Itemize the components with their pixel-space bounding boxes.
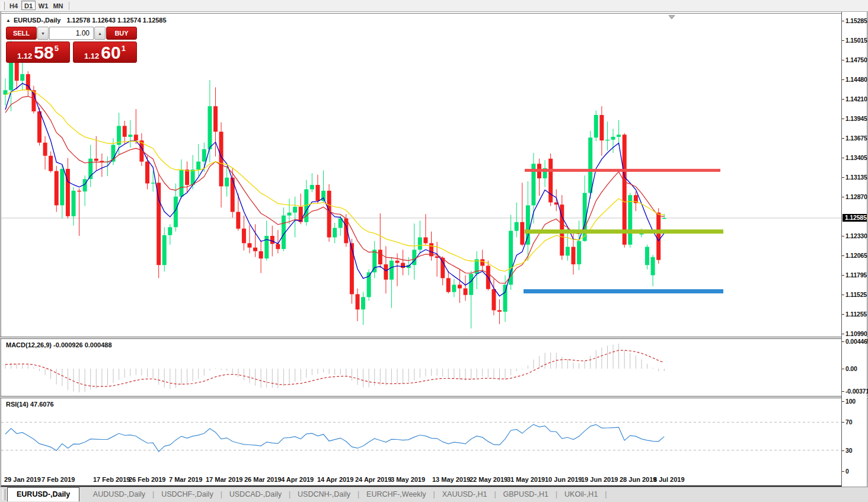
price-tick-label: 1.10990 <box>845 330 867 338</box>
timeframe-button-mn[interactable]: MN <box>51 1 65 10</box>
current-price-badge: 1.12585 <box>843 214 867 222</box>
tab-USDCAD-,Daily[interactable]: USDCAD-,Daily <box>222 487 289 502</box>
axis-tick <box>842 255 844 256</box>
support-blue-hline[interactable] <box>524 289 723 293</box>
date-tick-label: 26 Feb 2019 <box>129 476 165 483</box>
trading-terminal-window: H4D1W1MN ▲EURUSD-,Daily1.12578 1.12643 1… <box>0 0 868 502</box>
axis-tick <box>842 401 844 402</box>
tab-EURCHF-,Weekly[interactable]: EURCHF-,Weekly <box>359 487 433 502</box>
buy-price-big: 60 <box>101 46 120 60</box>
axis-tick <box>842 471 844 472</box>
pivot-olive-hline[interactable] <box>525 229 723 234</box>
tab-AUDUSD-,Daily[interactable]: AUDUSD-,Daily <box>86 487 152 502</box>
sell-button[interactable]: SELL <box>6 27 37 40</box>
date-tick-label: 10 Jun 2019 <box>545 476 582 483</box>
toolbar-grip[interactable] <box>2 2 5 10</box>
tab-XAUUSD-,H1[interactable]: XAUUSD-,H1 <box>435 487 494 502</box>
rsi-indicator-pane[interactable]: RSI(14) 47.6076 <box>1 398 841 473</box>
moving-average-line[interactable] <box>5 84 664 296</box>
axis-tick <box>842 275 844 276</box>
price-tick-label: 1.13135 <box>845 174 867 181</box>
symbol-tab-bar: EURUSD-,DailyAUDUSD-,Daily|USDCHF-,Daily… <box>0 487 868 502</box>
buy-price-pipette: 1 <box>122 44 126 53</box>
rsi-label: RSI(14) 47.6076 <box>6 401 54 408</box>
volume-increase-button[interactable]: ▲ <box>94 27 106 40</box>
sell-price-button[interactable]: 1.12585 <box>6 41 70 63</box>
date-tick-label: 24 Apr 2019 <box>355 476 391 483</box>
rsi-tick-label: 100 <box>845 398 856 405</box>
sell-price-prefix: 1.12 <box>17 52 32 60</box>
price-tick-label: 1.11795 <box>845 271 867 279</box>
date-tick-label: 7 Feb 2019 <box>42 476 75 483</box>
price-tick-label: 1.13675 <box>845 135 867 142</box>
price-tick-label: 1.13945 <box>845 115 867 123</box>
rsi-tick-label: 0 <box>845 468 849 475</box>
date-tick-label: 19 Jun 2019 <box>581 476 618 483</box>
macd-signal-line <box>5 350 664 386</box>
axis-tick <box>842 295 844 295</box>
toolbar-separator <box>69 2 69 10</box>
date-tick-label: 3 May 2019 <box>391 476 425 483</box>
date-tick-label: 7 Mar 2019 <box>169 476 202 483</box>
date-tick-label: 26 Mar 2019 <box>244 476 281 483</box>
axis-tick <box>842 341 844 342</box>
price-axis[interactable]: 1.152851.150151.147501.144801.142101.139… <box>841 12 867 487</box>
tab-UKOil-,H1[interactable]: UKOil-,H1 <box>557 487 605 502</box>
axis-tick <box>842 138 844 139</box>
chart-symbol-label: EURUSD-,Daily <box>14 17 60 24</box>
buy-price-button[interactable]: 1.12601 <box>73 41 137 63</box>
price-tick-label: 1.11525 <box>845 291 867 299</box>
timeframe-toolbar: H4D1W1MN <box>0 0 868 12</box>
chart-shift-icon[interactable] <box>669 15 675 19</box>
timeframe-button-h4[interactable]: H4 <box>7 1 21 10</box>
rsi-line <box>5 424 664 452</box>
axis-tick <box>842 158 844 158</box>
date-tick-label: 28 Jun 2019 <box>620 476 656 483</box>
date-tick-label: 17 Feb 2019 <box>93 476 130 483</box>
sell-price-pipette: 5 <box>55 44 59 53</box>
macd-tick-label: 0.004465 <box>845 338 868 346</box>
price-tick-label: 1.15015 <box>845 37 867 44</box>
volume-decrease-button[interactable]: ▼ <box>37 27 49 40</box>
date-tick-label: 29 Jan 2019 <box>4 476 41 483</box>
date-axis[interactable]: 29 Jan 20197 Feb 201917 Feb 201926 Feb 2… <box>1 473 841 487</box>
macd-indicator-pane[interactable]: MACD(12,26,9) -0.000926 0.000488 <box>1 339 841 396</box>
buy-button[interactable]: BUY <box>106 27 137 40</box>
axis-tick <box>842 314 844 315</box>
axis-tick <box>842 369 844 369</box>
macd-tick-label: -0.003715 <box>845 388 868 395</box>
volume-input[interactable]: 1.00 <box>49 27 94 40</box>
date-tick-label: 22 May 2019 <box>470 476 508 483</box>
axis-tick <box>842 177 844 178</box>
date-tick-label: 31 May 2019 <box>507 476 545 483</box>
tab-GBPUSD-,H1[interactable]: GBPUSD-,H1 <box>496 487 556 502</box>
tab-USDCHF-,Daily[interactable]: USDCHF-,Daily <box>154 487 221 502</box>
moving-average-line[interactable] <box>5 90 664 271</box>
price-tick-label: 1.12065 <box>845 252 867 260</box>
one-click-trading-panel: SELL ▼ 1.00 ▲ BUY 1.12585 1.12601 <box>6 27 137 63</box>
axis-tick <box>842 422 844 423</box>
price-tick-label: 1.15285 <box>845 17 867 25</box>
date-tick-label: 4 Apr 2019 <box>281 476 314 483</box>
axis-tick <box>842 119 844 119</box>
axis-tick <box>842 450 844 451</box>
axis-tick <box>842 334 844 334</box>
tab-USDCNH-,Daily[interactable]: USDCNH-,Daily <box>291 487 358 502</box>
sell-price-big: 58 <box>34 46 53 60</box>
chart-title: ▲EURUSD-,Daily1.12578 1.12643 1.12574 1.… <box>6 17 167 24</box>
main-chart-pane[interactable]: ▲EURUSD-,Daily1.12578 1.12643 1.12574 1.… <box>1 13 841 337</box>
collapse-triangle-icon[interactable]: ▲ <box>6 18 11 23</box>
timeframe-button-d1[interactable]: D1 <box>21 1 36 10</box>
axis-tick <box>842 197 844 197</box>
price-tick-label: 1.14210 <box>845 95 867 103</box>
buy-price-prefix: 1.12 <box>84 52 99 60</box>
tab-separator: | <box>605 490 607 498</box>
resistance-red-hline[interactable] <box>525 169 720 172</box>
date-tick-label: 17 Mar 2019 <box>206 476 242 483</box>
moving-average-line[interactable] <box>5 97 664 284</box>
tabbar-grip[interactable] <box>2 489 5 500</box>
axis-tick <box>842 79 844 80</box>
timeframe-button-w1[interactable]: W1 <box>36 1 50 10</box>
axis-tick <box>842 40 844 41</box>
tab-EURUSD-,Daily[interactable]: EURUSD-,Daily <box>7 487 79 501</box>
